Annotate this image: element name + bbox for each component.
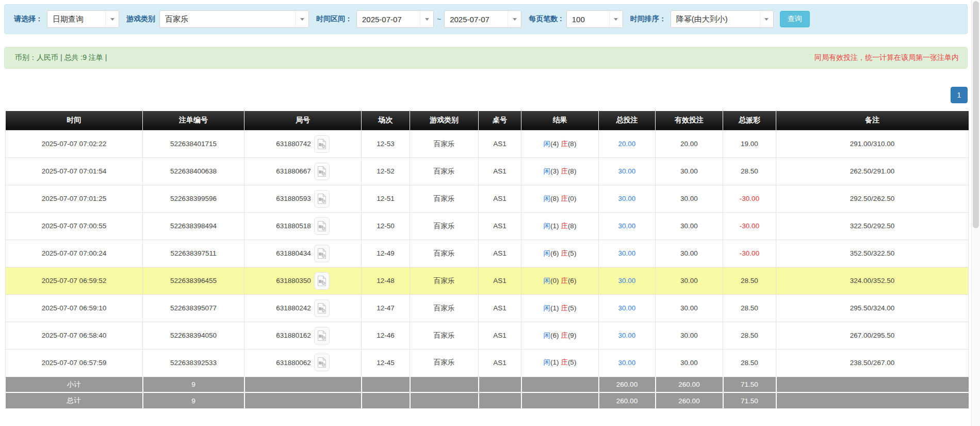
table-footer: 小计 9 260.00 260.00 71.50 总计 9 2 <box>6 376 969 408</box>
player-label: 闲 <box>544 195 551 202</box>
video-replay-button[interactable] <box>314 135 330 153</box>
table-row: 2025-07-07 06:59:52 522638396455 6318803… <box>6 267 969 294</box>
page-1-button[interactable]: 1 <box>951 87 968 103</box>
scrollbar-thumb[interactable] <box>973 1 979 228</box>
banker-label: 庄 <box>561 222 568 230</box>
header-game-type: 游戏类别 <box>410 111 479 130</box>
player-points: (8) <box>550 195 559 202</box>
query-button[interactable]: 查询 <box>780 11 810 27</box>
round-cell: 631880742 <box>244 130 362 157</box>
bet-time: 2025-07-07 07:01:54 <box>6 157 143 185</box>
video-replay-button[interactable] <box>314 272 330 290</box>
valid-bet: 30.00 <box>656 349 723 376</box>
valid-bet: 30.00 <box>656 322 723 349</box>
date-to-select[interactable]: 2025-07-07 <box>444 10 521 28</box>
valid-bet: 30.00 <box>656 157 723 185</box>
video-replay-button[interactable] <box>314 163 330 180</box>
valid-bet: 20.00 <box>656 130 723 157</box>
vertical-scrollbar[interactable] <box>971 0 980 426</box>
banker-points: (5) <box>568 358 577 366</box>
header-result: 结果 <box>521 111 599 130</box>
round-cell: 631880162 <box>244 322 362 349</box>
total-bet-link[interactable]: 30.00 <box>618 304 636 312</box>
total-valid-bet: 260.00 <box>656 392 723 408</box>
total-bet-cell: 30.00 <box>599 322 656 349</box>
player-label: 闲 <box>544 277 551 285</box>
player-points: (6) <box>550 249 559 257</box>
round-id: 631880667 <box>276 167 311 175</box>
chevron-down-icon[interactable] <box>508 11 521 27</box>
bet-id: 522638398494 <box>143 212 244 240</box>
session-no: 12-45 <box>362 349 410 376</box>
player-points: (1) <box>550 358 559 366</box>
chevron-down-icon[interactable] <box>420 11 433 27</box>
chevron-down-icon[interactable] <box>760 11 773 27</box>
chevron-down-icon[interactable] <box>105 11 119 27</box>
query-type-value: 日期查询 <box>47 11 105 27</box>
page-size-select[interactable]: 100 <box>566 10 623 28</box>
footer-empty-cell <box>410 392 479 408</box>
currency-total-text: 币别：人民币 | 总共 :9 注单 | <box>15 53 107 62</box>
banker-label: 庄 <box>561 249 568 257</box>
bet-id: 522638401715 <box>143 130 244 157</box>
video-file-icon <box>317 166 326 177</box>
total-bet-link[interactable]: 30.00 <box>618 249 636 257</box>
table-no: AS1 <box>479 240 521 267</box>
round-id: 631880062 <box>276 359 311 367</box>
sort-order-select[interactable]: 降幂(由大到小) <box>671 10 774 28</box>
game-type: 百家乐 <box>410 240 479 267</box>
video-replay-button[interactable] <box>314 217 330 235</box>
payout: 28.50 <box>723 322 776 349</box>
footer-empty-cell <box>362 392 410 408</box>
chevron-down-icon[interactable] <box>609 11 623 27</box>
remark: 267.00/295.50 <box>776 322 969 349</box>
tilde-separator: ~ <box>437 15 441 23</box>
total-bet-link[interactable]: 30.00 <box>618 195 636 202</box>
video-replay-button[interactable] <box>314 327 330 344</box>
chevron-down-icon[interactable] <box>295 11 308 27</box>
bet-time: 2025-07-07 07:02:22 <box>6 130 143 157</box>
game-type-select[interactable]: 百家乐 <box>159 10 309 28</box>
video-replay-button[interactable] <box>314 245 330 262</box>
result-cell: 闲(8) 庄(0) <box>521 185 599 212</box>
total-bet-link[interactable]: 30.00 <box>618 332 636 339</box>
footer-empty-cell <box>362 376 410 392</box>
video-replay-button[interactable] <box>314 299 330 317</box>
result-cell: 闲(1) 庄(5) <box>521 349 599 376</box>
payout: 28.50 <box>723 157 776 185</box>
video-file-icon <box>317 357 326 368</box>
round-id: 631880518 <box>276 222 311 230</box>
game-type: 百家乐 <box>410 157 479 185</box>
date-from-select[interactable]: 2025-07-07 <box>356 10 434 28</box>
game-type: 百家乐 <box>410 349 479 376</box>
total-bet-link[interactable]: 30.00 <box>618 222 636 230</box>
payout: -30.00 <box>723 240 776 267</box>
total-bet-link[interactable]: 30.00 <box>618 167 636 175</box>
bet-id: 522638392533 <box>143 349 244 376</box>
subtotal-valid-bet: 260.00 <box>656 376 723 392</box>
payout: 19.00 <box>723 130 776 157</box>
payout: 28.50 <box>723 267 776 294</box>
player-points: (0) <box>550 277 559 285</box>
total-bet-link[interactable]: 30.00 <box>618 277 636 285</box>
query-type-select[interactable]: 日期查询 <box>47 10 119 28</box>
table-row: 2025-07-07 07:01:54 522638400638 6318806… <box>6 157 969 185</box>
payout: 28.50 <box>723 349 776 376</box>
table-no: AS1 <box>479 349 521 376</box>
total-bet-link[interactable]: 20.00 <box>618 140 636 148</box>
table-no: AS1 <box>479 294 521 322</box>
video-file-icon <box>317 248 326 259</box>
table-no: AS1 <box>479 130 521 157</box>
footer-empty-cell <box>776 392 969 408</box>
result-cell: 闲(0) 庄(6) <box>521 267 599 294</box>
header-round-id: 局号 <box>244 111 362 130</box>
video-file-icon <box>317 330 326 341</box>
pagination: 1 <box>951 87 968 103</box>
total-bet-cell: 30.00 <box>599 185 656 212</box>
remark: 295.50/324.00 <box>776 294 969 322</box>
video-file-icon <box>317 303 326 314</box>
video-replay-button[interactable] <box>314 190 330 208</box>
video-replay-button[interactable] <box>314 354 330 371</box>
total-bet-link[interactable]: 30.00 <box>618 359 636 367</box>
payout: 28.50 <box>723 294 776 322</box>
